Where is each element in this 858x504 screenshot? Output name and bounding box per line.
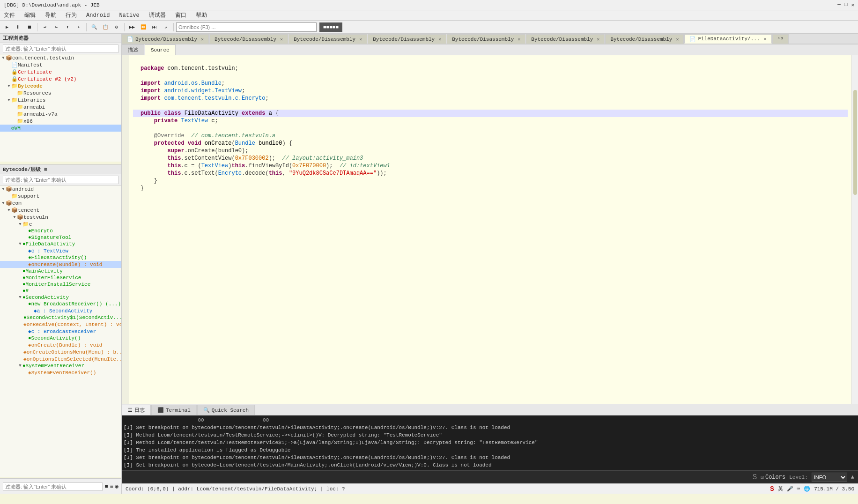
level-select[interactable]: VERBOSE DEBUG INFO WARN ERROR <box>812 473 847 482</box>
tab-bytecode-6[interactable]: Bytecode/Disassembly ✕ <box>526 34 605 44</box>
tree-secondactivity-ctor[interactable]: ● SecondActivity() <box>0 335 121 341</box>
tree-item-bytecode[interactable]: ▼ 📁 Bytecode <box>0 82 121 89</box>
tab-close-3[interactable]: ✕ <box>359 37 362 42</box>
tree-signaturetool[interactable]: ● SignatureTool <box>0 234 121 241</box>
tab-close-4[interactable]: ✕ <box>438 37 441 42</box>
toolbar-btn-10[interactable]: ⚙ <box>111 22 122 32</box>
toolbar-btn-7[interactable]: ⬇ <box>74 22 84 32</box>
tree-broadcastreceiver[interactable]: ● new BroadcastReceiver() (...) <box>0 301 121 307</box>
bytecode-filter-input[interactable] <box>3 176 118 184</box>
window-controls[interactable]: ─ □ ✕ <box>837 2 854 8</box>
code-area[interactable]: package com.tencent.testvuln; import and… <box>122 55 858 404</box>
tree-onreceive[interactable]: ◈ onReceive(Context, Intent) : voi... <box>0 321 121 328</box>
toolbar-btn-13[interactable]: ⏭ <box>149 22 160 32</box>
tree-c-broadcastreceiver[interactable]: ◆ c : BroadcastReceiver <box>0 328 121 335</box>
bottom-tabs-bar[interactable]: ☰ 日志 ⬛ Terminal 🔍 Quick Search <box>122 404 858 415</box>
tree-encryto[interactable]: ● Encryto <box>0 228 121 234</box>
tab-close-1[interactable]: ✕ <box>201 37 204 42</box>
project-filter-input[interactable] <box>3 44 118 53</box>
log-content[interactable]: 00 00 [I] Set breakpoint on bytecode=Lco… <box>122 415 858 470</box>
tree-com[interactable]: ▼📦 com <box>0 200 121 207</box>
code-scrollbar[interactable] <box>851 55 858 404</box>
left-bottom-icon1[interactable]: ■ <box>104 483 108 490</box>
tree-systemeventreceiver[interactable]: ▼● SystemEventReceiver <box>0 363 121 369</box>
project-filter-bar[interactable] <box>0 43 121 54</box>
tab-close-5[interactable]: ✕ <box>518 37 520 42</box>
tree-moniterfileservice[interactable]: ● MoniterFileService <box>0 274 121 281</box>
tree-tencent[interactable]: ▼📦 tencent <box>0 207 121 214</box>
source-tab-describe[interactable]: 描述 <box>122 44 144 55</box>
tab-close-active[interactable]: ✕ <box>763 36 766 42</box>
toolbar-btn-6[interactable]: ⬆ <box>62 22 73 32</box>
tree-android[interactable]: ▼📦 android <box>0 185 121 193</box>
toolbar-btn-9[interactable]: 📋 <box>100 22 111 32</box>
toolbar-btn-1[interactable]: ▶ <box>2 22 12 32</box>
colors-button[interactable]: ☑ Colors <box>761 474 785 481</box>
tree-r[interactable]: ● R <box>0 288 121 294</box>
close-button[interactable]: ✕ <box>851 2 854 8</box>
left-bottom-input[interactable] <box>3 482 103 491</box>
tab-bytecode-4[interactable]: Bytecode/Disassembly ✕ <box>368 34 446 44</box>
menu-item-编辑[interactable]: 编辑 <box>22 11 37 19</box>
tree-item-certificate2[interactable]: 🔒 Certificate #2 (v2) <box>0 75 121 82</box>
menu-item-Native[interactable]: Native <box>117 12 141 19</box>
menu-item-Android[interactable]: Android <box>84 12 111 19</box>
toolbar-btn-14[interactable]: ↗ <box>161 22 171 32</box>
menu-item-导航[interactable]: 导航 <box>43 11 58 19</box>
minimize-button[interactable]: ─ <box>837 2 841 8</box>
left-bottom-icon2[interactable]: ≡ <box>110 483 113 490</box>
toolbar-btn-4[interactable]: ↩ <box>40 22 50 32</box>
left-bottom-icon3[interactable]: ◉ <box>115 483 118 490</box>
tab-bytecode-5[interactable]: Bytecode/Disassembly ✕ <box>447 34 525 44</box>
tree-item-armeabi[interactable]: 📁 armeabi <box>0 104 121 111</box>
tree-item-x86[interactable]: 📁 x86 <box>0 118 121 125</box>
colors-checkbox[interactable]: ☑ <box>761 474 764 480</box>
tab-bytecode-7[interactable]: Bytecode/Disassembly ✕ <box>605 34 684 44</box>
menu-item-行为[interactable]: 行为 <box>64 11 79 19</box>
tree-item-libraries[interactable]: ▼ 📁 Libraries <box>0 96 121 104</box>
tree-item-resources[interactable]: 📁 Resources <box>0 89 121 96</box>
tree-item-certificate[interactable]: 🔒 Certificate <box>0 68 121 75</box>
tab-bytecode-2[interactable]: Bytecode/Disassembly ✕ <box>209 34 288 44</box>
tree-item-armeabi-v7a[interactable]: 📁 armeabi-v7a <box>0 111 121 118</box>
log-scroll-up[interactable]: ▲ <box>851 474 854 481</box>
omnibox-input[interactable] <box>176 22 317 32</box>
tab-close-7[interactable]: ✕ <box>676 37 679 42</box>
menu-item-帮助[interactable]: 帮助 <box>194 11 209 19</box>
toolbar-btn-2[interactable]: ⏸ <box>13 22 23 32</box>
bottom-tab-terminal[interactable]: ⬛ Terminal <box>151 405 197 415</box>
tree-a-secondactivity[interactable]: ◆ a : SecondActivity <box>0 307 121 314</box>
tree-mainactivity[interactable]: ● MainActivity <box>0 268 121 274</box>
tree-oncreate[interactable]: ◈ onCreate(Bundle) : void <box>0 261 121 268</box>
tab-43[interactable]: ⁴³ <box>772 34 789 44</box>
tree-filedataactivity[interactable]: ▼● FileDataActivity <box>0 241 121 247</box>
toolbar-btn-12[interactable]: ⏩ <box>138 22 148 32</box>
tree-secondactivity[interactable]: ▼● SecondActivity <box>0 294 121 301</box>
tree-testvuln2[interactable]: ▼📦 testvuln <box>0 214 121 221</box>
tree-support[interactable]: 📁 support <box>0 193 121 200</box>
tab-filedataactivity[interactable]: 📄 FileDataActivity/... ✕ <box>684 34 771 44</box>
tree-oncreate2[interactable]: ◈ onCreate(Bundle) : void <box>0 341 121 348</box>
tree-secondactivity1[interactable]: ● SecondActivity$1(SecondActiv... <box>0 314 121 321</box>
tab-close-6[interactable]: ✕ <box>597 37 599 42</box>
bottom-tab-log[interactable]: ☰ 日志 <box>122 405 151 415</box>
left-bottom-filter[interactable]: ■ ≡ ◉ <box>0 479 121 494</box>
tab-close-2[interactable]: ✕ <box>280 37 283 42</box>
source-tab-source[interactable]: Source <box>145 44 176 55</box>
tree-oncreateoptionsmenu[interactable]: ◈ onCreateOptionsMenu(Menu) : b... <box>0 348 121 356</box>
toolbar-btn-5[interactable]: ↪ <box>51 22 61 32</box>
source-tabs[interactable]: 描述 Source <box>122 44 858 55</box>
bytecode-filter-bar[interactable] <box>0 174 121 185</box>
tabs-bar[interactable]: 📄 Bytecode/Disassembly ✕ Bytecode/Disass… <box>122 34 858 44</box>
tree-item-manifest[interactable]: 📄 Manifest <box>0 61 121 68</box>
menu-item-调试器[interactable]: 调试器 <box>147 11 168 19</box>
toolbar-btn-11[interactable]: ▶▶ <box>127 22 137 32</box>
tree-moniterinstallservice[interactable]: ● MoniterInstallService <box>0 281 121 288</box>
bottom-tab-quicksearch[interactable]: 🔍 Quick Search <box>197 405 255 415</box>
tree-systemeventreceiver-ctor[interactable]: ◈ SystemEventReceiver() <box>0 369 121 376</box>
tree-item-vm[interactable]: ⚙ VM <box>0 125 121 132</box>
tree-c-textview[interactable]: ◆ c : TextView <box>0 247 121 254</box>
menu-item-窗口[interactable]: 窗口 <box>173 11 188 19</box>
tab-bytecode-1[interactable]: 📄 Bytecode/Disassembly ✕ <box>122 34 209 44</box>
menu-item-文件[interactable]: 文件 <box>2 11 17 19</box>
